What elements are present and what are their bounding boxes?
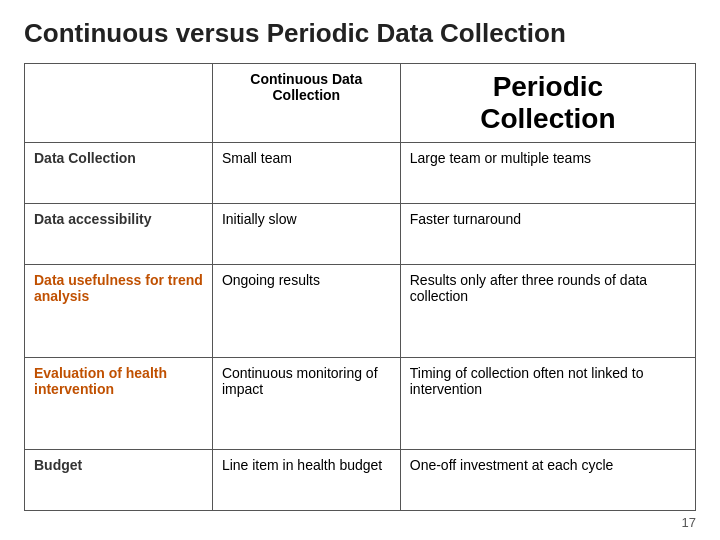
header-continuous: Continuous Data Collection xyxy=(212,64,400,143)
row-col2-budget: Line item in health budget xyxy=(212,450,400,511)
row-col3-data-usefulness: Results only after three rounds of data … xyxy=(400,265,695,357)
row-col3-budget: One-off investment at each cycle xyxy=(400,450,695,511)
row-col3-data-collection: Large team or multiple teams xyxy=(400,143,695,204)
row-col2-data-accessibility: Initially slow xyxy=(212,204,400,265)
header-periodic: Periodic Collection xyxy=(400,64,695,143)
row-label-data-collection: Data Collection xyxy=(25,143,213,204)
row-col3-evaluation: Timing of collection often not linked to… xyxy=(400,357,695,449)
page: Continuous versus Periodic Data Collecti… xyxy=(0,0,720,540)
row-label-evaluation: Evaluation of health intervention xyxy=(25,357,213,449)
table-row: Data accessibility Initially slow Faster… xyxy=(25,204,696,265)
table-row: Budget Line item in health budget One-of… xyxy=(25,450,696,511)
header-empty-cell xyxy=(25,64,213,143)
page-title: Continuous versus Periodic Data Collecti… xyxy=(24,18,696,49)
table-row: Evaluation of health intervention Contin… xyxy=(25,357,696,449)
table-row: Data usefulness for trend analysis Ongoi… xyxy=(25,265,696,357)
row-col2-data-collection: Small team xyxy=(212,143,400,204)
row-col2-data-usefulness: Ongoing results xyxy=(212,265,400,357)
row-label-budget: Budget xyxy=(25,450,213,511)
row-col3-data-accessibility: Faster turnaround xyxy=(400,204,695,265)
page-number: 17 xyxy=(24,511,696,530)
row-col2-evaluation: Continuous monitoring of impact xyxy=(212,357,400,449)
comparison-table: Continuous Data Collection Periodic Coll… xyxy=(24,63,696,511)
row-label-data-usefulness: Data usefulness for trend analysis xyxy=(25,265,213,357)
row-label-data-accessibility: Data accessibility xyxy=(25,204,213,265)
table-row: Data Collection Small team Large team or… xyxy=(25,143,696,204)
